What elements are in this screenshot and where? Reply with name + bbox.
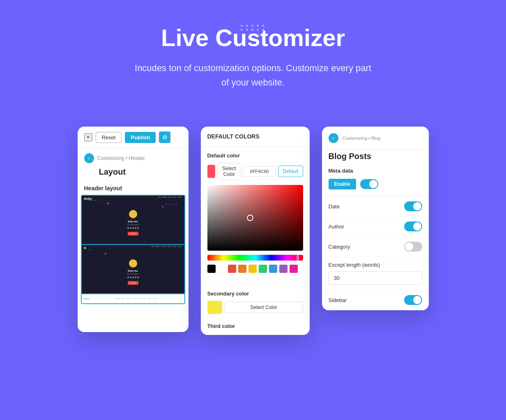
colors-panel: DEFAULT COLORS Default color Select Colo… <box>201 127 310 335</box>
sidebar-label: Sidebar <box>329 297 347 303</box>
meta-label: Meta data <box>329 168 422 174</box>
color-picker-wrapper[interactable] <box>207 185 303 251</box>
panel3-title: Blog Posts <box>322 150 429 168</box>
sidebar-toggle[interactable] <box>404 295 422 305</box>
default-color-label: Default color <box>207 152 303 159</box>
bottom-bar: Bolby Home About Services Experience Wor… <box>82 294 184 303</box>
secondary-swatch-row: Select Color <box>207 301 303 314</box>
author-label: Author <box>329 224 344 230</box>
mini-cta-btn-2: Hire Me <box>127 281 138 285</box>
header-layout-label: Header layout <box>78 182 189 195</box>
panel3-back-button[interactable]: ‹ <box>329 133 338 143</box>
swatch-black[interactable] <box>207 265 216 273</box>
reset-button[interactable]: Reset <box>96 132 122 143</box>
back-button[interactable]: ‹ <box>84 153 94 163</box>
mini-name-1: Bolby Doe <box>128 220 138 223</box>
default-color-section: Default color Select Color Default <box>201 147 310 284</box>
panel3-toolbar: ‹ Customizing • Blog <box>322 127 429 150</box>
mini-avatar-1 <box>129 210 137 218</box>
close-button[interactable]: × <box>84 133 92 141</box>
mini-social-2 <box>127 277 139 278</box>
category-toggle[interactable] <box>404 242 422 252</box>
publish-button[interactable]: Publish <box>125 132 156 143</box>
secondary-select-button[interactable]: Select Color <box>225 302 303 313</box>
hex-input[interactable] <box>243 166 276 177</box>
excerpt-input[interactable] <box>329 271 422 285</box>
customizer-panel: × Reset Publish ⚙ ‹ Customizing • Header… <box>78 127 189 332</box>
excerpt-label: Except length (words) <box>329 262 422 268</box>
mini-title-1: UX+UI Designer <box>127 224 139 226</box>
secondary-color-section: Secondary color Select Color <box>201 284 310 320</box>
enable-toggle[interactable] <box>360 179 378 189</box>
hue-slider-wrapper <box>207 255 303 261</box>
panel3-back-icon: ‹ <box>333 135 334 141</box>
panel-toolbar: × Reset Publish ⚙ <box>78 127 189 148</box>
hue-slider[interactable] <box>207 255 303 261</box>
hero-subtitle: Incudes ton of customization options. Cu… <box>130 61 376 90</box>
excerpt-row: Except length (words) <box>322 257 429 290</box>
layout-card-1[interactable]: Bolby Home About Work Blog Contact <box>82 196 184 245</box>
section-title: Layout <box>78 166 189 182</box>
third-color-section: Third color <box>201 320 310 335</box>
gear-symbol: ⚙ <box>162 134 168 141</box>
back-icon: ‹ <box>88 155 90 161</box>
mini-social-1 <box>127 227 139 229</box>
layout-card-2[interactable]: B Home About Services Work Blog Contact … <box>82 245 184 294</box>
secondary-color-label: Secondary color <box>207 285 303 297</box>
mini-name-2: Bolby Doe <box>128 270 138 272</box>
sidebar-setting-row: Sidebar <box>322 290 429 310</box>
swatch-green[interactable] <box>259 265 267 273</box>
hue-cursor <box>297 255 299 261</box>
hero-section: Live Customizer Incudes ton of customiza… <box>0 0 506 106</box>
third-color-label: Third color <box>207 320 303 329</box>
card2-label: B <box>84 247 86 249</box>
swatch-white[interactable] <box>218 265 226 273</box>
swatch-blue[interactable] <box>269 265 277 273</box>
default-color-swatch[interactable] <box>207 165 216 178</box>
swatch-orange[interactable] <box>238 265 246 273</box>
panels-container: × Reset Publish ⚙ ‹ Customizing • Header… <box>0 110 506 351</box>
category-label: Category <box>329 244 350 250</box>
breadcrumb-section: ‹ Customizing • Header <box>78 148 189 166</box>
swatch-yellow[interactable] <box>248 265 257 273</box>
swatch-purple[interactable] <box>279 265 288 273</box>
colors-header: DEFAULT COLORS <box>201 127 310 147</box>
gear-icon[interactable]: ⚙ <box>159 132 170 143</box>
enable-label: Enable <box>329 179 356 189</box>
layout-preview-area[interactable]: Bolby Home About Work Blog Contact <box>81 195 185 304</box>
date-toggle[interactable] <box>404 201 422 211</box>
select-color-button[interactable]: Select Color <box>218 163 240 180</box>
breadcrumb: Customizing • Header <box>97 155 145 161</box>
meta-data-section: Meta data Enable <box>322 168 429 196</box>
swatch-pink[interactable] <box>290 265 298 273</box>
secondary-color-swatch[interactable] <box>207 301 222 314</box>
color-swatches-row <box>207 265 303 273</box>
panel3-breadcrumb: Customizing • Blog <box>343 136 381 141</box>
default-button[interactable]: Default <box>278 166 303 177</box>
dots-decoration <box>241 25 265 31</box>
color-picker-canvas[interactable] <box>207 185 303 251</box>
color-picker-circle[interactable] <box>247 215 253 221</box>
author-setting-row: Author <box>322 217 429 237</box>
author-toggle[interactable] <box>404 222 422 231</box>
swatch-red[interactable] <box>228 265 236 273</box>
blog-panel: ‹ Customizing • Blog Blog Posts Meta dat… <box>322 127 429 310</box>
category-setting-row: Category <box>322 237 429 257</box>
mini-nav-1: Home About Work Blog Contact <box>82 196 184 199</box>
color-input-row: Select Color Default <box>207 163 303 180</box>
mini-title-2: UX+UI Designer <box>127 273 139 275</box>
date-setting-row: Date <box>322 196 429 217</box>
mini-avatar-2 <box>129 259 137 268</box>
enable-row: Enable <box>329 179 422 189</box>
date-label: Date <box>329 203 340 210</box>
mini-cta-btn-1: Hire Me <box>127 232 138 235</box>
